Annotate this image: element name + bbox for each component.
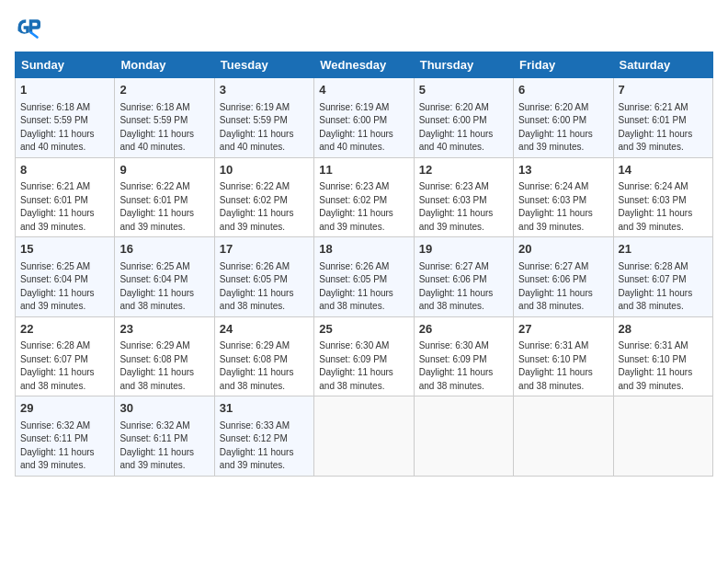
- calendar-day-cell: 3Sunrise: 6:19 AMSunset: 5:59 PMDaylight…: [214, 78, 313, 158]
- calendar-day-cell: 9Sunrise: 6:22 AMSunset: 6:01 PMDaylight…: [115, 157, 214, 237]
- day-number: 28: [619, 321, 708, 338]
- dow-header-cell: Saturday: [613, 52, 712, 78]
- calendar-day-cell: 5Sunrise: 6:20 AMSunset: 6:00 PMDaylight…: [414, 78, 513, 158]
- day-info: Sunrise: 6:25 AMSunset: 6:04 PMDaylight:…: [20, 261, 95, 312]
- calendar-day-cell: 21Sunrise: 6:28 AMSunset: 6:07 PMDayligh…: [613, 237, 712, 317]
- dow-header-cell: Tuesday: [214, 52, 313, 78]
- day-number: 23: [119, 321, 209, 338]
- calendar-body: 1Sunrise: 6:18 AMSunset: 5:59 PMDaylight…: [16, 78, 713, 477]
- calendar-week-row: 22Sunrise: 6:28 AMSunset: 6:07 PMDayligh…: [16, 316, 713, 396]
- day-info: Sunrise: 6:25 AMSunset: 6:04 PMDaylight:…: [119, 261, 194, 312]
- day-info: Sunrise: 6:23 AMSunset: 6:03 PMDaylight:…: [419, 181, 494, 232]
- day-info: Sunrise: 6:33 AMSunset: 6:12 PMDaylight:…: [220, 420, 294, 471]
- day-number: 10: [220, 162, 309, 178]
- day-number: 24: [220, 321, 309, 338]
- dow-header-cell: Thursday: [414, 52, 513, 78]
- calendar-day-cell: 11Sunrise: 6:23 AMSunset: 6:02 PMDayligh…: [314, 157, 414, 237]
- calendar-day-cell: 2Sunrise: 6:18 AMSunset: 5:59 PMDaylight…: [115, 78, 214, 158]
- calendar-day-cell: 26Sunrise: 6:30 AMSunset: 6:09 PMDayligh…: [414, 316, 513, 396]
- logo-icon: [15, 15, 40, 40]
- dow-header-cell: Monday: [115, 52, 214, 78]
- calendar-day-cell: [613, 396, 712, 477]
- calendar-day-cell: 22Sunrise: 6:28 AMSunset: 6:07 PMDayligh…: [16, 316, 115, 396]
- day-info: Sunrise: 6:32 AMSunset: 6:11 PMDaylight:…: [20, 420, 95, 471]
- day-info: Sunrise: 6:20 AMSunset: 6:00 PMDaylight:…: [419, 102, 494, 153]
- calendar-day-cell: 29Sunrise: 6:32 AMSunset: 6:11 PMDayligh…: [16, 396, 115, 477]
- calendar-day-cell: 14Sunrise: 6:24 AMSunset: 6:03 PMDayligh…: [613, 157, 712, 237]
- calendar-day-cell: 7Sunrise: 6:21 AMSunset: 6:01 PMDaylight…: [613, 78, 712, 158]
- calendar-week-row: 29Sunrise: 6:32 AMSunset: 6:11 PMDayligh…: [16, 396, 713, 477]
- calendar-day-cell: 31Sunrise: 6:33 AMSunset: 6:12 PMDayligh…: [214, 396, 313, 477]
- day-info: Sunrise: 6:18 AMSunset: 5:59 PMDaylight:…: [119, 102, 194, 153]
- calendar-week-row: 1Sunrise: 6:18 AMSunset: 5:59 PMDaylight…: [16, 78, 713, 158]
- calendar-day-cell: [514, 396, 613, 477]
- calendar-day-cell: 20Sunrise: 6:27 AMSunset: 6:06 PMDayligh…: [514, 237, 613, 317]
- day-info: Sunrise: 6:26 AMSunset: 6:05 PMDaylight:…: [220, 261, 294, 312]
- calendar-day-cell: 28Sunrise: 6:31 AMSunset: 6:10 PMDayligh…: [613, 316, 712, 396]
- dow-header-cell: Sunday: [16, 52, 115, 78]
- day-number: 21: [619, 241, 708, 258]
- calendar-day-cell: 8Sunrise: 6:21 AMSunset: 6:01 PMDaylight…: [16, 157, 115, 237]
- calendar-week-row: 15Sunrise: 6:25 AMSunset: 6:04 PMDayligh…: [16, 237, 713, 317]
- day-number: 15: [20, 241, 109, 258]
- calendar-day-cell: [414, 396, 513, 477]
- day-number: 27: [518, 321, 608, 338]
- day-number: 14: [619, 162, 708, 178]
- day-info: Sunrise: 6:29 AMSunset: 6:08 PMDaylight:…: [119, 340, 194, 391]
- day-info: Sunrise: 6:28 AMSunset: 6:07 PMDaylight:…: [619, 261, 693, 312]
- calendar-day-cell: [314, 396, 414, 477]
- day-info: Sunrise: 6:24 AMSunset: 6:03 PMDaylight:…: [619, 181, 693, 232]
- day-info: Sunrise: 6:26 AMSunset: 6:05 PMDaylight:…: [319, 261, 393, 312]
- day-number: 8: [20, 162, 109, 178]
- day-info: Sunrise: 6:32 AMSunset: 6:11 PMDaylight:…: [119, 420, 194, 471]
- calendar-day-cell: 25Sunrise: 6:30 AMSunset: 6:09 PMDayligh…: [314, 316, 414, 396]
- day-info: Sunrise: 6:22 AMSunset: 6:01 PMDaylight:…: [119, 181, 194, 232]
- day-number: 11: [319, 162, 408, 178]
- day-info: Sunrise: 6:22 AMSunset: 6:02 PMDaylight:…: [220, 181, 294, 232]
- dow-header-cell: Wednesday: [314, 52, 414, 78]
- calendar-day-cell: 16Sunrise: 6:25 AMSunset: 6:04 PMDayligh…: [115, 237, 214, 317]
- day-number: 26: [419, 321, 508, 338]
- day-number: 4: [319, 82, 408, 98]
- day-info: Sunrise: 6:23 AMSunset: 6:02 PMDaylight:…: [319, 181, 393, 232]
- calendar-day-cell: 12Sunrise: 6:23 AMSunset: 6:03 PMDayligh…: [414, 157, 513, 237]
- day-number: 17: [220, 241, 309, 258]
- day-number: 31: [220, 400, 309, 417]
- day-number: 12: [419, 162, 508, 178]
- calendar-table: SundayMondayTuesdayWednesdayThursdayFrid…: [15, 52, 713, 477]
- day-info: Sunrise: 6:31 AMSunset: 6:10 PMDaylight:…: [518, 340, 593, 391]
- day-number: 3: [220, 82, 309, 98]
- day-number: 13: [518, 162, 608, 178]
- day-number: 22: [20, 321, 109, 338]
- calendar-week-row: 8Sunrise: 6:21 AMSunset: 6:01 PMDaylight…: [16, 157, 713, 237]
- calendar-day-cell: 4Sunrise: 6:19 AMSunset: 6:00 PMDaylight…: [314, 78, 414, 158]
- day-info: Sunrise: 6:21 AMSunset: 6:01 PMDaylight:…: [20, 181, 95, 232]
- day-info: Sunrise: 6:30 AMSunset: 6:09 PMDaylight:…: [419, 340, 494, 391]
- calendar-day-cell: 30Sunrise: 6:32 AMSunset: 6:11 PMDayligh…: [115, 396, 214, 477]
- day-number: 18: [319, 241, 408, 258]
- logo: [15, 15, 44, 40]
- day-info: Sunrise: 6:31 AMSunset: 6:10 PMDaylight:…: [619, 340, 693, 391]
- page-header: [15, 15, 713, 40]
- day-number: 16: [119, 241, 209, 258]
- day-number: 20: [518, 241, 608, 258]
- day-number: 9: [119, 162, 209, 178]
- day-info: Sunrise: 6:20 AMSunset: 6:00 PMDaylight:…: [518, 102, 593, 153]
- day-number: 6: [518, 82, 608, 98]
- day-info: Sunrise: 6:30 AMSunset: 6:09 PMDaylight:…: [319, 340, 393, 391]
- day-info: Sunrise: 6:19 AMSunset: 6:00 PMDaylight:…: [319, 102, 393, 153]
- day-info: Sunrise: 6:21 AMSunset: 6:01 PMDaylight:…: [619, 102, 693, 153]
- calendar-day-cell: 10Sunrise: 6:22 AMSunset: 6:02 PMDayligh…: [214, 157, 313, 237]
- day-info: Sunrise: 6:18 AMSunset: 5:59 PMDaylight:…: [20, 102, 95, 153]
- day-info: Sunrise: 6:24 AMSunset: 6:03 PMDaylight:…: [518, 181, 593, 232]
- calendar-day-cell: 23Sunrise: 6:29 AMSunset: 6:08 PMDayligh…: [115, 316, 214, 396]
- calendar-day-cell: 27Sunrise: 6:31 AMSunset: 6:10 PMDayligh…: [514, 316, 613, 396]
- calendar-day-cell: 15Sunrise: 6:25 AMSunset: 6:04 PMDayligh…: [16, 237, 115, 317]
- day-of-week-header: SundayMondayTuesdayWednesdayThursdayFrid…: [16, 52, 713, 78]
- day-number: 25: [319, 321, 408, 338]
- calendar-day-cell: 19Sunrise: 6:27 AMSunset: 6:06 PMDayligh…: [414, 237, 513, 317]
- day-number: 7: [619, 82, 708, 98]
- day-number: 30: [119, 400, 209, 417]
- day-number: 19: [419, 241, 508, 258]
- day-info: Sunrise: 6:19 AMSunset: 5:59 PMDaylight:…: [220, 102, 294, 153]
